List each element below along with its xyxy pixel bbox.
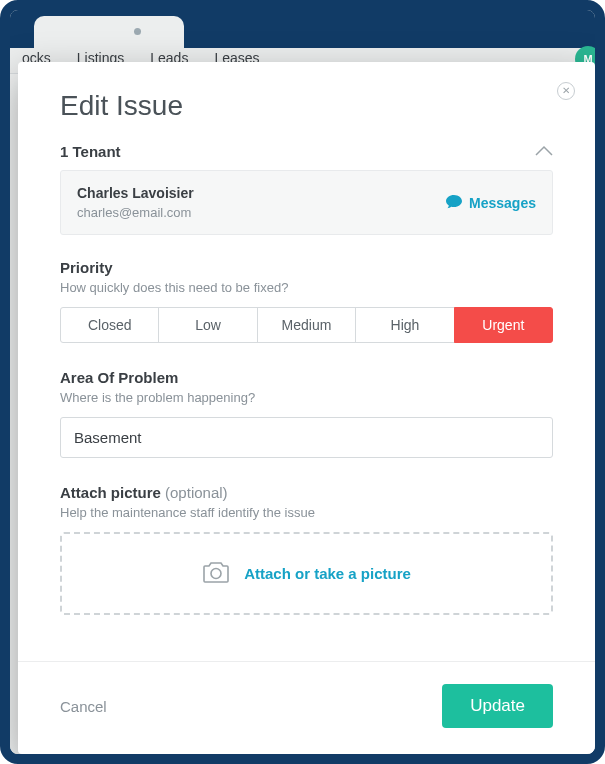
priority-button-group: Closed Low Medium High Urgent [60,307,553,343]
attach-optional-text: (optional) [165,484,228,501]
tenant-name: Charles Lavoisier [77,185,194,201]
priority-option-urgent[interactable]: Urgent [454,307,553,343]
attach-cta-label: Attach or take a picture [244,565,411,582]
modal-body: Edit Issue 1 Tenant Charles Lavoisier ch… [18,62,595,661]
priority-subtitle: How quickly does this need to be fixed? [60,280,553,295]
priority-option-low[interactable]: Low [158,307,257,343]
messages-link[interactable]: Messages [446,194,536,212]
tenant-count-label: 1 Tenant [60,143,121,160]
attach-title: Attach picture (optional) [60,484,553,501]
messages-label: Messages [469,195,536,211]
attach-title-text: Attach picture [60,484,161,501]
camera-icon [202,560,230,587]
modal-footer: Cancel Update [18,661,595,754]
tenant-email: charles@email.com [77,205,194,220]
edit-issue-modal: ✕ Edit Issue 1 Tenant Charles Lavoisier … [18,62,595,754]
tenant-section-toggle[interactable]: 1 Tenant [60,142,553,160]
attach-subtitle: Help the maintenance staff identify the … [60,505,553,520]
update-button[interactable]: Update [442,684,553,728]
attach-picture-dropzone[interactable]: Attach or take a picture [60,532,553,615]
tab-bar [10,10,595,48]
cancel-button[interactable]: Cancel [60,698,107,715]
priority-option-closed[interactable]: Closed [60,307,159,343]
browser-tab[interactable] [34,16,184,48]
area-subtitle: Where is the problem happening? [60,390,553,405]
chevron-up-icon [535,142,553,160]
svg-point-0 [211,569,221,579]
priority-option-medium[interactable]: Medium [257,307,356,343]
modal-title: Edit Issue [60,90,553,122]
area-title: Area Of Problem [60,369,553,386]
tab-indicator-dot [134,28,141,35]
area-input[interactable] [60,417,553,458]
chat-icon [446,194,462,212]
browser-frame: ocks Listings Leads Leases M ✕ Edit Issu… [0,0,605,764]
close-icon[interactable]: ✕ [557,82,575,100]
priority-title: Priority [60,259,553,276]
tenant-card: Charles Lavoisier charles@email.com Mess… [60,170,553,235]
priority-option-high[interactable]: High [355,307,454,343]
